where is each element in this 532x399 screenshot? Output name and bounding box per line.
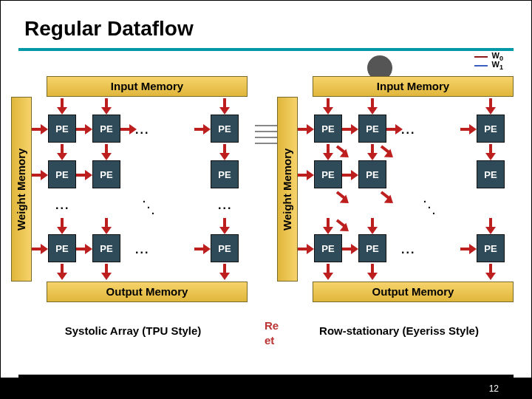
legend-row-w1: W1 [474,61,503,70]
arrow-down-icon [57,144,67,160]
pe-tile: PE [358,115,386,143]
hdots: ... [218,199,232,212]
arrow-right-icon [298,170,314,180]
diagram-area: W0 W1 on Re et Input Memory Weight Memor… [18,61,514,379]
arrow-right-icon [298,124,314,134]
pe-tile: PE [48,115,76,143]
pe-tile: PE [314,115,342,143]
pe-tile: PE [477,160,505,188]
hdots: ... [401,123,415,137]
arrow-right-icon [76,244,92,254]
arrow-down-icon [57,98,67,115]
arrow-right-icon [32,170,48,180]
arrow-right-icon [298,244,314,254]
arrow-down-icon [219,218,230,234]
footer-bar [1,378,531,398]
panel-row-stationary: Input Memory Weight Memory PE PE ... PE [277,76,521,337]
pe-tile: PE [48,234,76,262]
arrow-down-icon [367,264,378,280]
arrow-right-icon [342,244,358,254]
slide: Regular Dataflow W0 W1 on Re et Input Me… [0,0,532,399]
arrow-right-icon [460,244,477,254]
pe-tile: PE [358,234,386,262]
legend-label-w0: W [492,51,499,60]
arrow-right-icon [120,124,137,134]
arrow-down-icon [101,98,112,115]
pe-tile: PE [477,234,505,262]
arrow-right-icon [194,244,211,254]
arrow-down-icon [485,218,496,234]
arrow-diagonal-icon [335,143,351,159]
arrow-down-icon [101,264,112,280]
arrow-down-icon [485,98,496,115]
legend: W0 W1 [474,52,503,70]
input-memory-bank: Input Memory [47,76,248,97]
arrow-down-icon [219,264,230,280]
arrow-down-icon [57,264,67,280]
arrow-right-icon [194,124,211,134]
pe-tile: PE [211,115,239,143]
hdots: ... [135,243,149,256]
weight-memory-bank: Weight Memory [277,97,298,282]
panel-systolic: Input Memory Weight Memory PE PE ... PE [11,76,255,337]
panel-caption-systolic: Systolic Array (TPU Style) [11,324,255,337]
arrow-down-icon [323,98,333,115]
legend-sub-w1: 1 [499,64,503,72]
legend-swatch-w0 [474,56,488,58]
arrow-down-icon [485,144,496,160]
pe-tile: PE [211,234,239,262]
arrow-down-icon [57,218,67,234]
hdots: ... [55,199,69,212]
pe-tile: PE [92,234,120,262]
pe-tile: PE [92,160,120,188]
arrow-down-icon [219,144,230,160]
legend-swatch-w1 [474,65,488,66]
arrow-right-icon [32,244,48,254]
pe-tile: PE [48,160,76,188]
page-number: 12 [483,383,505,394]
legend-label-w1: W [492,60,499,69]
pe-tile: PE [477,115,505,143]
arrow-right-icon [76,124,92,134]
pe-tile: PE [358,160,386,188]
arrow-right-icon [32,124,48,134]
arrow-right-icon [342,124,358,134]
arrow-right-icon [76,170,92,180]
arrow-down-icon [367,144,378,160]
arrow-right-icon [386,124,403,134]
weight-memory-bank: Weight Memory [11,97,32,282]
input-memory-bank: Input Memory [313,76,514,97]
arrow-down-icon [219,98,230,115]
pe-tile: PE [92,115,120,143]
arrow-right-icon [342,170,358,180]
arrow-diagonal-icon [335,216,351,233]
hdots: ... [135,123,149,137]
arrow-down-icon [485,264,496,280]
arrow-down-icon [101,144,112,160]
arrow-down-icon [323,264,333,280]
panels-row: Input Memory Weight Memory PE PE ... PE [11,76,521,337]
arrow-down-icon [367,98,378,115]
pe-tile: PE [314,234,342,262]
pe-tile: PE [211,160,239,188]
output-memory-bank: Output Memory [313,282,514,302]
arrow-down-icon [323,218,333,234]
arrow-diagonal-icon [335,188,351,205]
panel-caption-eyeriss: Row-stationary (Eyeriss Style) [277,324,521,337]
arrow-down-icon [101,218,112,234]
arrow-diagonal-icon [379,188,395,205]
hdots: ... [401,243,415,256]
arrow-down-icon [367,218,378,234]
arrow-down-icon [323,144,333,160]
arrow-diagonal-icon [379,143,395,159]
pe-grid-systolic: PE PE ... PE PE [32,97,255,282]
output-memory-bank: Output Memory [47,282,248,302]
pe-grid-eyeriss: PE PE ... PE [298,97,521,282]
page-title: Regular Dataflow [18,14,514,51]
arrow-right-icon [460,124,477,134]
pe-tile: PE [314,160,342,188]
